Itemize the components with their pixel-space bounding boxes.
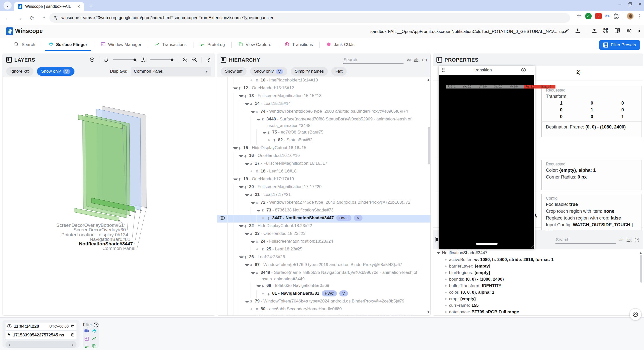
match-case-icon[interactable]: Aa (407, 58, 411, 62)
pin-icon[interactable] (267, 130, 272, 137)
tab-close-icon[interactable]: ✕ (76, 4, 82, 9)
zoom-in-icon[interactable] (182, 57, 188, 63)
tab-search[interactable]: Search (8, 38, 42, 51)
tree-row[interactable]: 17 - FullscreenMagnification:16:16#17 (217, 160, 430, 168)
pin-icon[interactable] (249, 299, 255, 306)
tree-row[interactable]: 20 - FullscreenMagnification:17:17#20 (217, 184, 430, 191)
current-time[interactable]: 11:04:14.228 (14, 324, 39, 329)
pin-icon[interactable] (238, 177, 243, 184)
hierarchy-search-input[interactable]: Search (343, 56, 404, 64)
tree-row[interactable]: 18 - Leaf:16:16#18 (217, 168, 430, 176)
pin-icon[interactable] (261, 284, 266, 290)
pin-icon[interactable] (261, 208, 266, 215)
match-word-icon[interactable]: ab, (627, 238, 631, 242)
expand-arrow-icon[interactable] (251, 241, 255, 243)
collapse-hierarchy-icon[interactable] (221, 57, 226, 63)
match-case-icon[interactable]: Aa (619, 238, 624, 242)
window-close-icon[interactable]: ✕ (638, 2, 642, 7)
properties-search-input[interactable]: Search (555, 236, 616, 244)
tree-row[interactable]: 21 - Leaf:17:17#21 (217, 191, 430, 199)
scroll-down-icon[interactable]: ▼ (427, 310, 430, 314)
tree-row[interactable]: 75 - ed70f88 StatusBar#75 (217, 129, 430, 137)
tree-row[interactable]: 72 - WindowToken{a2746de type=2040 andro… (217, 199, 430, 207)
layers-3d-canvas[interactable]: ScreenDecorOverlayBottom#61ScreenDecorOv… (3, 77, 215, 315)
pin-icon[interactable] (249, 315, 255, 315)
expand-arrow-icon[interactable] (256, 285, 261, 287)
tree-row[interactable]: 22 - HideDisplayCutout:18:23#22 (217, 223, 430, 230)
expand-arrow-icon[interactable] (262, 132, 267, 134)
props-scroll-up-icon[interactable]: ▲ (639, 251, 642, 254)
tree-row[interactable]: 14 - Leaf:15:15#14 (217, 100, 430, 108)
pin-icon[interactable] (249, 161, 255, 168)
pin-icon[interactable] (267, 216, 272, 223)
extensions-puzzle-icon[interactable] (613, 13, 619, 19)
regex-icon[interactable]: (.*) (634, 238, 639, 242)
pin-icon[interactable] (255, 239, 261, 246)
expand-arrow-icon[interactable] (256, 119, 261, 120)
property-row[interactable]: activeBuffer:w: 1080, h: 2400, stride: 2… (433, 256, 643, 263)
simplify-names-button[interactable]: Simplify names (291, 67, 328, 76)
3d-view-icon[interactable] (89, 57, 95, 63)
pin-icon[interactable] (255, 307, 261, 314)
filter-trace-layers-icon[interactable] (92, 329, 97, 335)
edit-icon[interactable] (564, 28, 569, 33)
pin-icon[interactable] (244, 94, 249, 100)
flat-button[interactable]: Flat (331, 67, 346, 76)
expand-arrow-icon[interactable] (233, 179, 238, 180)
expand-arrow-icon[interactable] (245, 301, 249, 302)
resize-grip-icon[interactable] (531, 245, 534, 248)
download-icon[interactable] (575, 28, 580, 33)
tree-row[interactable]: 3448 - Surface(name=ed70f88 StatusBar)/@… (217, 116, 430, 129)
expand-arrow-icon[interactable] (245, 103, 249, 105)
window-minimize-icon[interactable]: ─ (618, 2, 621, 7)
dark-mode-icon[interactable]: ◑ (637, 27, 641, 34)
pin-icon[interactable] (249, 232, 255, 238)
tree-row[interactable]: 24 - FullscreenMagnification:18:23#24 (217, 238, 430, 246)
spacing-slider[interactable] (150, 57, 174, 63)
pin-icon[interactable] (238, 86, 243, 93)
minimize-overlay-icon[interactable]: _ (530, 68, 532, 72)
scroll-up-icon[interactable]: ▲ (427, 78, 430, 81)
expand-arrow-icon[interactable] (233, 88, 238, 89)
tree-row[interactable]: 26 - Leaf:24:25#26 (217, 254, 430, 261)
window-restore-icon[interactable] (628, 2, 632, 6)
browser-menu-icon[interactable]: ⋮ (637, 13, 642, 19)
tree-row[interactable]: 68 - 885b63e NavigationBar0#68 (217, 282, 430, 290)
filter-presets-button[interactable]: Filter Presets (599, 40, 640, 50)
tree-row[interactable]: 80 - ace6abb SecondaryHomeHandle0#80 (217, 306, 430, 314)
match-word-icon[interactable]: ab, (414, 58, 419, 62)
pin-icon[interactable] (255, 200, 261, 207)
pin-icon[interactable] (267, 291, 272, 298)
upload-icon[interactable] (592, 28, 597, 33)
info-icon[interactable] (521, 68, 526, 73)
tree-row[interactable]: 16 - OneHanded:16:16#16 (217, 152, 430, 160)
ignore-button[interactable]: Ignore (6, 67, 33, 76)
pin-icon[interactable] (244, 185, 249, 191)
copy-time-icon[interactable] (71, 324, 75, 329)
pin-icon[interactable] (244, 255, 249, 261)
visibility-eye-icon[interactable] (219, 215, 225, 223)
pin-icon[interactable] (255, 109, 261, 116)
tree-row[interactable]: 13 - FullscreenMagnification:15:15#13 (217, 93, 430, 100)
expand-arrow-icon[interactable] (251, 272, 255, 274)
url-bar[interactable]: winscope.teams.x20web.corp.google.com/pr… (49, 13, 570, 23)
tree-row[interactable]: 82 - StatusBar#82 (217, 137, 430, 145)
pin-icon[interactable] (272, 138, 278, 145)
pin-icon[interactable] (244, 154, 249, 160)
pin-icon[interactable] (255, 78, 261, 85)
tab-window-manager[interactable]: Window Manager (94, 38, 148, 51)
tab-transactions[interactable]: Transactions (148, 38, 193, 51)
forward-icon[interactable]: → (16, 14, 24, 22)
regex-icon[interactable]: (.*) (422, 58, 427, 62)
filter-trace-window-icon[interactable] (84, 336, 90, 342)
expand-arrow-icon[interactable] (239, 186, 244, 188)
profile-avatar[interactable] (627, 13, 634, 20)
property-row[interactable]: bounds:(0, 0) - (1080, 2400) (433, 276, 643, 283)
tab-search-icon[interactable]: ⌄ (4, 2, 12, 10)
collapse-filter-icon[interactable] (94, 322, 99, 328)
expand-arrow-icon[interactable] (239, 225, 244, 227)
expand-arrow-icon[interactable] (233, 147, 238, 149)
tab-protolog[interactable]: ProtoLog (193, 38, 231, 51)
extension-red-icon[interactable]: » (595, 13, 602, 19)
collapse-layers-icon[interactable] (6, 57, 12, 63)
